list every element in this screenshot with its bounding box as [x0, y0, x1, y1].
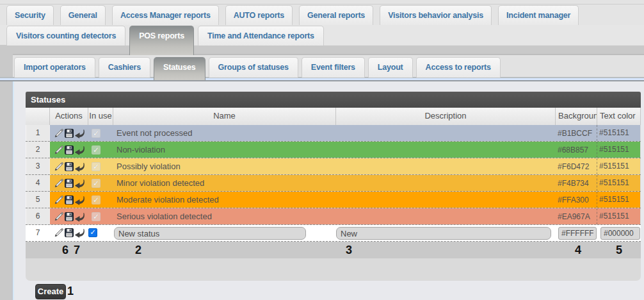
edit-pencil-icon[interactable]	[54, 145, 64, 155]
tab-general-reports[interactable]: General reports	[299, 5, 373, 25]
in-use-checkbox[interactable]: ✓	[88, 228, 97, 237]
status-table-row: 5 ✓ Moderate violation detected #FFA300 …	[26, 192, 641, 208]
tab-cashiers[interactable]: Cashiers	[99, 57, 150, 78]
tab-access-to-reports[interactable]: Access to reports	[416, 57, 501, 78]
save-floppy-icon[interactable]	[64, 212, 74, 222]
column-header-background: Background	[556, 108, 597, 125]
tab-import-operators[interactable]: Import operators	[14, 57, 95, 78]
column-header-actions: Actions	[50, 108, 88, 125]
tab-event-filters[interactable]: Event filters	[302, 57, 365, 78]
in-use-checkbox[interactable]: ✓	[92, 129, 101, 138]
save-floppy-icon[interactable]	[64, 162, 74, 172]
tab-groups-divider	[0, 46, 644, 55]
undo-arrow-icon[interactable]	[74, 195, 85, 205]
status-rows: 1 ✓ Event not processed #B1BCCF #515151 …	[26, 125, 641, 225]
annotation-5: 5	[616, 244, 622, 257]
tab-time-and-attendance-reports[interactable]: Time and Attendance reports	[198, 26, 324, 46]
edit-pencil-icon[interactable]	[54, 195, 64, 205]
table-header: Actions In use Name Description Backgrou…	[26, 108, 641, 125]
undo-arrow-icon[interactable]	[74, 178, 85, 188]
tab-visitors-counting-detectors[interactable]: Visitors counting detectors	[6, 26, 125, 46]
column-header-text-color: Text color	[597, 108, 641, 125]
tab-security[interactable]: Security	[6, 5, 54, 25]
edit-pencil-icon[interactable]	[54, 128, 64, 138]
row-in-use: ✓	[88, 129, 113, 138]
row-number: 4	[26, 175, 50, 191]
row-in-use: ✓	[88, 179, 113, 188]
row-in-use: ✓	[88, 212, 113, 221]
row-name: Non-violation	[113, 145, 335, 154]
row-actions	[50, 145, 88, 155]
save-floppy-icon[interactable]	[64, 228, 74, 238]
row-background-hex: #F4B734	[555, 179, 597, 188]
status-table-row: 4 ✓ Minor violation detected #F4B734 #51…	[26, 175, 641, 192]
row-background-hex: #F6D472	[555, 162, 597, 171]
in-use-checkbox[interactable]: ✓	[92, 146, 101, 154]
row-number: 3	[26, 158, 50, 174]
in-use-checkbox[interactable]: ✓	[92, 162, 101, 171]
status-table-row: 1 ✓ Event not processed #B1BCCF #515151	[26, 125, 641, 142]
row-number: 6	[26, 208, 50, 224]
in-use-checkbox[interactable]: ✓	[92, 212, 101, 221]
row-number: 1	[26, 125, 50, 141]
create-button[interactable]: Create	[35, 284, 66, 299]
row-number: 2	[26, 142, 50, 158]
row-background-hex: #B1BCCF	[555, 129, 597, 138]
tab-statuses[interactable]: Statuses	[154, 57, 205, 80]
row-in-use: ✓	[88, 196, 113, 204]
edit-pencil-icon[interactable]	[54, 228, 64, 238]
in-use-checkbox[interactable]: ✓	[92, 179, 101, 188]
undo-arrow-icon[interactable]	[74, 162, 85, 172]
tab-groups-of-statuses[interactable]: Groups of statuses	[209, 57, 298, 78]
background-color-input[interactable]	[558, 227, 597, 240]
row-number: 7	[26, 225, 50, 241]
row-colored-area: ✓ Non-violation #68B857 #515151	[50, 142, 640, 158]
statuses-panel: Statuses Actions In use Name Description…	[26, 92, 641, 281]
row-text-color-hex: #515151	[597, 125, 639, 141]
row-colored-area: ✓ Minor violation detected #F4B734 #5151…	[50, 175, 640, 191]
page: SecurityGeneralAccess Manager reportsAUT…	[0, 0, 644, 300]
tab-incident-manager[interactable]: Incident manager	[498, 5, 579, 25]
row-number: 5	[26, 192, 50, 208]
tab-auto-reports[interactable]: AUTO reports	[225, 5, 293, 25]
undo-arrow-icon[interactable]	[74, 145, 85, 155]
tab-access-manager-reports[interactable]: Access Manager reports	[112, 5, 219, 25]
row-actions	[50, 212, 88, 222]
description-input[interactable]	[336, 227, 551, 240]
row-name: Event not processed	[113, 128, 335, 138]
annotation-1: 1	[67, 285, 74, 298]
status-table-row: 6 ✓ Serious violation detected #EA967A #…	[26, 208, 641, 225]
save-floppy-icon[interactable]	[64, 195, 74, 205]
undo-arrow-icon[interactable]	[74, 212, 85, 222]
tab-general[interactable]: General	[60, 5, 106, 25]
undo-arrow-icon[interactable]	[74, 128, 85, 138]
edit-pencil-icon[interactable]	[54, 212, 64, 222]
main-tabs-row1: SecurityGeneralAccess Manager reportsAUT…	[6, 5, 579, 25]
row-name: Possibly violation	[113, 162, 335, 171]
row-colored-area: ✓ Serious violation detected #EA967A #51…	[50, 208, 640, 224]
row-name: Serious violation detected	[113, 212, 335, 221]
new-status-row: 7 ✓	[26, 225, 641, 242]
row-background-hex: #FFA300	[555, 196, 597, 204]
undo-arrow-icon[interactable]	[74, 228, 85, 238]
name-input[interactable]	[114, 227, 306, 240]
row-text-color-hex: #515151	[597, 158, 639, 174]
pos-sub-tabs: Import operatorsCashiersStatusesGroups o…	[14, 57, 501, 78]
tab-layout[interactable]: Layout	[368, 57, 413, 78]
edit-pencil-icon[interactable]	[54, 178, 64, 188]
annotation-7: 7	[74, 244, 80, 257]
row-actions	[50, 162, 88, 172]
text-color-input[interactable]	[600, 227, 640, 240]
save-floppy-icon[interactable]	[64, 145, 74, 155]
row-background-hex: #68B857	[555, 146, 597, 154]
row-actions	[50, 195, 88, 205]
row-colored-area: ✓ Possibly violation #F6D472 #515151	[50, 158, 640, 174]
tab-visitors-behavior-analysis[interactable]: Visitors behavior analysis	[380, 5, 492, 25]
save-floppy-icon[interactable]	[64, 128, 74, 138]
column-header-in-use: In use	[88, 108, 113, 125]
column-header-description: Description	[336, 108, 556, 125]
tab-pos-reports[interactable]: POS reports	[129, 26, 194, 55]
in-use-checkbox[interactable]: ✓	[92, 196, 101, 204]
save-floppy-icon[interactable]	[64, 178, 74, 188]
edit-pencil-icon[interactable]	[54, 162, 64, 172]
